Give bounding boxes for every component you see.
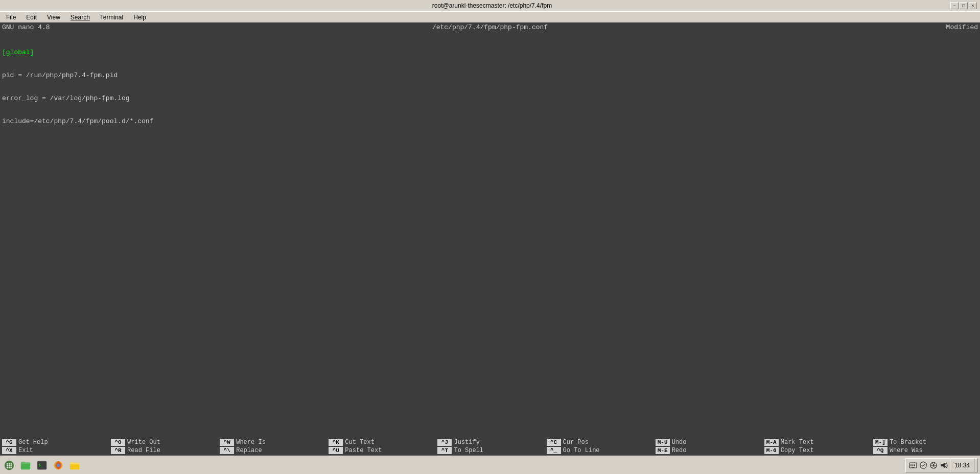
svg-text:$_: $_ bbox=[39, 462, 43, 467]
svg-rect-23 bbox=[914, 465, 915, 466]
editor-line-2: pid = /run/php/php7.4-fpm.pid bbox=[2, 72, 978, 79]
shortcut-read-file[interactable]: ^R Read File bbox=[109, 446, 218, 455]
firefox-icon[interactable] bbox=[51, 458, 65, 472]
svg-rect-18 bbox=[911, 464, 912, 465]
editor-area[interactable]: [global] pid = /run/php/php7.4-fpm.pid e… bbox=[0, 32, 980, 437]
shortcut-mark-text[interactable]: M-A Mark Text bbox=[762, 438, 871, 446]
svg-point-3 bbox=[10, 463, 12, 464]
svg-rect-20 bbox=[914, 464, 915, 465]
minimize-button[interactable]: − bbox=[950, 2, 959, 9]
shortcut-where-was[interactable]: ^Q Where Was bbox=[871, 446, 980, 455]
shortcut-row-2: ^X Exit ^R Read File ^\ Replace ^U Paste… bbox=[0, 446, 980, 455]
svg-rect-21 bbox=[911, 465, 912, 466]
system-clock: 18:34 bbox=[950, 458, 974, 472]
nano-shortcuts: ^G Get Help ^O Write Out ^W Where Is ^K … bbox=[0, 437, 980, 456]
svg-point-8 bbox=[9, 467, 10, 468]
svg-point-5 bbox=[9, 465, 10, 466]
svg-point-1 bbox=[7, 463, 8, 464]
editor-line-3: error_log = /var/log/php-fpm.log bbox=[2, 94, 978, 102]
shortcut-get-help[interactable]: ^G Get Help bbox=[0, 438, 109, 446]
svg-point-15 bbox=[57, 464, 60, 467]
shortcut-to-bracket[interactable]: M-] To Bracket bbox=[871, 438, 980, 446]
nano-filename: /etc/php/7.4/fpm/php-fpm.conf bbox=[104, 23, 876, 31]
shortcut-copy-text[interactable]: M-6 Copy Text bbox=[762, 446, 871, 455]
menu-edit[interactable]: Edit bbox=[22, 13, 41, 22]
menu-help[interactable]: Help bbox=[129, 13, 150, 22]
shortcut-go-to-line[interactable]: ^_ Go To Line bbox=[545, 446, 654, 455]
svg-point-6 bbox=[10, 465, 12, 466]
shortcut-cut-text[interactable]: ^K Cut Text bbox=[326, 438, 435, 446]
svg-rect-19 bbox=[912, 464, 913, 465]
shortcut-justify[interactable]: ^J Justify bbox=[435, 438, 544, 446]
shortcut-exit[interactable]: ^X Exit bbox=[0, 446, 109, 455]
shortcut-undo[interactable]: M-U Undo bbox=[654, 438, 762, 446]
shortcut-redo[interactable]: M-E Redo bbox=[654, 446, 762, 455]
svg-rect-22 bbox=[912, 465, 913, 466]
terminal-taskbar-icon[interactable]: $_ bbox=[35, 458, 49, 472]
files-icon[interactable] bbox=[18, 458, 33, 472]
shortcut-write-out[interactable]: ^O Write Out bbox=[109, 438, 218, 446]
shortcut-paste-text[interactable]: ^U Paste Text bbox=[326, 446, 435, 455]
terminal-area[interactable]: GNU nano 4.8 /etc/php/7.4/fpm/php-fpm.co… bbox=[0, 22, 980, 456]
svg-point-4 bbox=[7, 465, 8, 466]
apps-menu-icon[interactable] bbox=[2, 458, 16, 472]
svg-point-9 bbox=[10, 467, 12, 468]
editor-line-1: [global] bbox=[2, 49, 978, 56]
menu-bar: File Edit View Search Terminal Help bbox=[0, 11, 980, 22]
svg-point-2 bbox=[9, 463, 10, 464]
network-tray-icon[interactable] bbox=[929, 461, 938, 469]
shortcut-replace[interactable]: ^\ Replace bbox=[218, 446, 326, 455]
close-button[interactable]: × bbox=[969, 2, 977, 9]
system-tray: 18:34 bbox=[905, 458, 978, 472]
volume-tray-icon[interactable] bbox=[940, 461, 948, 469]
nano-app-version: GNU nano 4.8 bbox=[2, 23, 104, 31]
shortcut-row-1: ^G Get Help ^O Write Out ^W Where Is ^K … bbox=[0, 438, 980, 446]
nano-status: Modified bbox=[876, 23, 978, 31]
title-bar: root@arunkl-thesecmaster: /etc/php/7.4/f… bbox=[0, 0, 980, 11]
menu-search[interactable]: Search bbox=[66, 13, 94, 22]
editor-line-4: include=/etc/php/7.4/fpm/pool.d/*.conf bbox=[2, 117, 978, 125]
window-title: root@arunkl-thesecmaster: /etc/php/7.4/f… bbox=[34, 2, 950, 9]
nano-header: GNU nano 4.8 /etc/php/7.4/fpm/php-fpm.co… bbox=[0, 22, 980, 32]
shortcut-to-spell[interactable]: ^T To Spell bbox=[435, 446, 544, 455]
shield-tray-icon[interactable] bbox=[919, 461, 927, 469]
shortcut-cur-pos[interactable]: ^C Cur Pos bbox=[545, 438, 654, 446]
svg-marker-27 bbox=[941, 463, 945, 468]
keyboard-tray-icon[interactable] bbox=[909, 461, 917, 469]
taskbar: $_ bbox=[0, 456, 980, 474]
menu-terminal[interactable]: Terminal bbox=[96, 13, 127, 22]
menu-file[interactable]: File bbox=[2, 13, 20, 22]
menu-view[interactable]: View bbox=[43, 13, 64, 22]
svg-rect-24 bbox=[912, 467, 915, 468]
folder-taskbar-icon[interactable] bbox=[67, 458, 82, 472]
svg-point-7 bbox=[7, 467, 8, 468]
shortcut-where-is[interactable]: ^W Where Is bbox=[218, 438, 326, 446]
maximize-button[interactable]: □ bbox=[960, 2, 968, 9]
